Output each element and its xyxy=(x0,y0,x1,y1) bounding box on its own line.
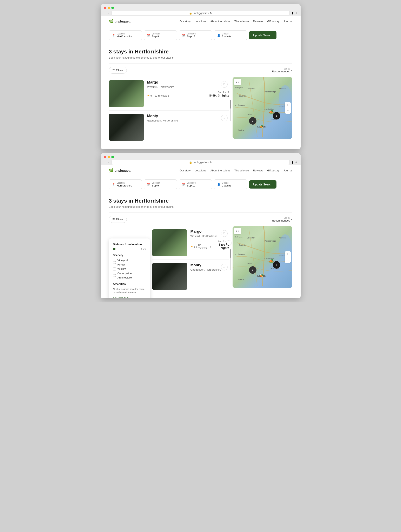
nav-gift-stay[interactable]: Gift a stay xyxy=(267,20,279,23)
new-tab-icon[interactable]: + xyxy=(295,11,297,15)
checkbox-countryside-label: Countryside xyxy=(118,272,132,275)
location-field[interactable]: 📍 Location Hertfordshire xyxy=(109,30,142,40)
map-cluster-4[interactable]: 2 xyxy=(249,266,257,274)
nav-our-story[interactable]: Our story xyxy=(180,20,190,23)
star-icon-2: ★ xyxy=(190,245,193,248)
checkbox-forest[interactable]: Forest xyxy=(113,263,146,266)
scroll-indicator-1[interactable] xyxy=(230,100,231,121)
favorite-button-margo-2[interactable]: ♡ xyxy=(221,230,228,237)
checkbox-architecture[interactable]: Architecture xyxy=(113,276,146,279)
map-zoom-in-button-1[interactable]: + xyxy=(285,102,291,108)
maximize-dot[interactable] xyxy=(111,6,114,9)
svg-text:Reading: Reading xyxy=(238,278,244,280)
sort-dropdown-1[interactable]: Sort by Recommended ▾ xyxy=(272,68,292,73)
favorite-button-margo-1[interactable]: ♡ xyxy=(221,81,228,88)
checkout-field[interactable]: 📅 Check out Sep 12 xyxy=(179,30,212,40)
map-zoom-out-button-1[interactable]: − xyxy=(285,108,291,114)
share-icon[interactable]: ⬆ xyxy=(291,11,294,15)
map-cluster-2[interactable]: 2 xyxy=(249,117,257,125)
share-icon-2[interactable]: ⬆ xyxy=(291,160,294,165)
nav-reviews[interactable]: Reviews xyxy=(253,20,263,23)
reviews-count: 12 reviews xyxy=(154,94,167,97)
checkbox-vineyard-input[interactable] xyxy=(113,259,116,262)
scroll-indicator-2[interactable] xyxy=(230,249,231,270)
listing-pricing-margo-1: Sep 9 - 12 $499 / 3 nights xyxy=(209,91,229,97)
map-zoom-out-button-2[interactable]: − xyxy=(285,257,291,263)
nav-journal[interactable]: Journal xyxy=(283,20,292,23)
guests-field[interactable]: 👤 Guests 2 adults xyxy=(214,30,247,40)
map-expand-button-1[interactable]: ⛶ xyxy=(234,79,241,85)
checkin-icon-2: 📅 xyxy=(147,183,150,186)
filters-button-2[interactable]: ☰ Filters xyxy=(109,216,127,223)
nav-the-science[interactable]: The science xyxy=(234,20,249,23)
forward-button[interactable]: › xyxy=(107,11,110,15)
nav-locations-2[interactable]: Locations xyxy=(195,169,206,172)
listing-card-margo-2[interactable]: › Margo Westmill, Hertfordshire ★ 5 (12 … xyxy=(152,226,229,260)
update-search-button-1[interactable]: Update Search xyxy=(249,31,276,39)
minimize-dot[interactable] xyxy=(108,6,110,9)
favorite-button-monty-2[interactable]: ♡ xyxy=(221,264,228,270)
checkbox-vineyard[interactable]: Vineyard xyxy=(113,259,146,262)
logo-2[interactable]: 🌿 unplugged. xyxy=(109,168,131,173)
map-cluster-1[interactable]: 2 xyxy=(273,112,280,120)
location-field-2[interactable]: 📍 Location Hertfordshire xyxy=(109,179,142,189)
rating-value: 5 xyxy=(150,94,152,97)
slider-track[interactable] xyxy=(113,249,139,249)
filters-sort-row-1: ☰ Filters Sort by Recommended ▾ xyxy=(109,67,292,74)
address-bar-actions-1: ⬆ + xyxy=(291,11,297,15)
listing-card-margo-1[interactable]: Margo Westmill, Hertfordshire ★ 5 (12 re… xyxy=(109,77,229,111)
scroll-thumb-2 xyxy=(230,249,231,258)
favorite-button-monty-1[interactable]: ♡ xyxy=(221,115,228,121)
nav-reviews-2[interactable]: Reviews xyxy=(253,169,263,172)
forward-button-2[interactable]: › xyxy=(107,160,110,165)
nav-gift-stay-2[interactable]: Gift a stay xyxy=(267,169,279,172)
chevron-down-icon-2: ▾ xyxy=(291,218,292,221)
map-zoom-in-button-2[interactable]: + xyxy=(285,251,291,257)
nav-about-cabins-2[interactable]: About the cabins xyxy=(210,169,230,172)
checkin-field-2[interactable]: 📅 Check in Sep 9 xyxy=(144,179,177,189)
new-tab-icon-2[interactable]: + xyxy=(295,160,297,164)
map-placeholder-2[interactable]: Coventry Northampton Leicester Peterboro… xyxy=(232,226,292,288)
map-expand-button-2[interactable]: ⛶ xyxy=(234,228,241,234)
map-cluster-3[interactable]: 2 xyxy=(273,261,280,269)
checkout-field-2[interactable]: 📅 Check out Sep 12 xyxy=(179,179,212,189)
guests-label: Guests xyxy=(222,33,232,35)
checkbox-wildlife[interactable]: Wildlife xyxy=(113,267,146,270)
maximize-dot-2[interactable] xyxy=(111,156,114,158)
checkout-content-2: Check out Sep 12 xyxy=(187,182,196,187)
listing-card-monty-1[interactable]: Monty Gaddesden, Hertfordshire ♡ xyxy=(109,111,229,144)
listing-card-monty-2[interactable]: Monty Gaddesden, Hertfordshire ♡ xyxy=(152,260,229,293)
nav-locations[interactable]: Locations xyxy=(195,20,206,23)
checkin-field[interactable]: 📅 Check in Sep 9 xyxy=(144,30,177,40)
checkbox-wildlife-input[interactable] xyxy=(113,267,116,270)
filters-button-1[interactable]: ☰ Filters xyxy=(109,67,127,74)
nav-the-science-2[interactable]: The science xyxy=(234,169,249,172)
site-nav: 🌿 unplugged. Our story Locations About t… xyxy=(101,16,301,27)
map-zoom-controls-2: + − xyxy=(285,251,291,263)
address-bar-1[interactable]: 🔒 unplugged.rest ↻ xyxy=(112,11,290,16)
nav-our-story-2[interactable]: Our story xyxy=(180,169,190,172)
nav-about-cabins[interactable]: About the cabins xyxy=(210,20,230,23)
close-dot-2[interactable] xyxy=(104,156,107,158)
sort-dropdown-2[interactable]: Sort by Recommended ▾ xyxy=(272,217,292,222)
browser-chrome-1: ‹ › 🔒 unplugged.rest ↻ ⬆ + xyxy=(101,4,301,16)
minimize-dot-2[interactable] xyxy=(108,156,110,158)
checkbox-countryside[interactable]: Countryside xyxy=(113,272,146,275)
checkbox-forest-input[interactable] xyxy=(113,263,116,266)
checkbox-vineyard-label: Vineyard xyxy=(118,259,128,262)
guests-field-2[interactable]: 👤 Guests 2 adults xyxy=(214,179,247,189)
checkin-content-2: Check in Sep 9 xyxy=(152,182,160,187)
update-search-button-2[interactable]: Update Search xyxy=(249,180,276,189)
see-amenities-button[interactable]: See amenities xyxy=(113,296,129,298)
close-dot[interactable] xyxy=(104,6,107,9)
back-button[interactable]: ‹ xyxy=(104,11,107,15)
checkbox-architecture-input[interactable] xyxy=(113,276,116,279)
address-bar-2[interactable]: 🔒 unplugged.rest ↻ xyxy=(112,160,290,165)
back-button-2[interactable]: ‹ xyxy=(104,160,107,165)
logo[interactable]: 🌿 unplugged. xyxy=(109,19,131,24)
slider-thumb[interactable] xyxy=(113,248,115,250)
checkbox-countryside-input[interactable] xyxy=(113,272,116,275)
nav-journal-2[interactable]: Journal xyxy=(283,169,292,172)
map-placeholder-1[interactable]: Coventry Northampton Leicester Peterboro… xyxy=(232,77,292,139)
checkin-icon: 📅 xyxy=(147,34,150,37)
